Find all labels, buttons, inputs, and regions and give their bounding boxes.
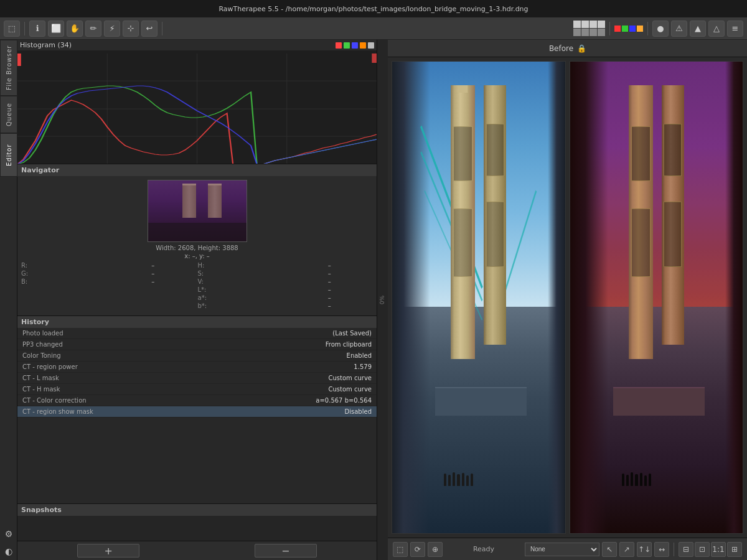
lock-icon[interactable]: 🔒 [577, 44, 586, 53]
tower-top-detail [458, 85, 468, 93]
history-item-0[interactable]: Photo loaded(Last Saved) [17, 328, 377, 339]
after-people [622, 416, 691, 487]
toolbar-triangle-btn[interactable]: ▲ [690, 21, 706, 37]
toolbar-sep-3 [609, 22, 610, 35]
after-left-arch [570, 62, 608, 533]
toolbar-right: ● ⚠ ▲ △ ≡ [573, 21, 743, 37]
zoom-fit-button[interactable]: ⊡ [695, 542, 710, 557]
after-person-7 [649, 474, 651, 486]
toolbar-undo-btn[interactable]: ↩ [141, 21, 157, 37]
toolbar-sep-1 [24, 22, 25, 35]
history-item-6[interactable]: CT - Color correctiona=0.567 b=0.564 [17, 395, 377, 406]
before-label: Before 🔒 [549, 44, 586, 53]
toolbar-info-btn[interactable]: ℹ [29, 21, 45, 37]
person-5 [462, 473, 464, 486]
histogram-title: Histogram (34) [20, 41, 72, 49]
status-text: Ready [445, 545, 522, 553]
profile-selector[interactable]: None sRGB AdobeRGB [525, 543, 599, 556]
s-value: – [286, 270, 373, 277]
history-value-4: Custom curve [328, 375, 372, 381]
before-image[interactable] [392, 61, 566, 534]
bottom-toolbar: ⬚ ⟳ ⊕ Ready None sRGB AdobeRGB ↖ ↗ ↑↓ ↔ … [388, 538, 747, 560]
toolbar-frame-btn[interactable]: ⬜ [48, 21, 64, 37]
toolbar-hand-btn[interactable]: ✋ [67, 21, 83, 37]
navigator-thumbnail[interactable] [148, 180, 247, 242]
side-panel-tabs: File Browser Queue Editor ⚙ ◐ [0, 40, 17, 560]
tower-window [453, 126, 472, 181]
sidebar-item-editor[interactable]: Editor [0, 133, 17, 177]
person-3 [453, 472, 455, 486]
history-item-7[interactable]: CT - region show maskDisabled [17, 406, 377, 418]
percentage-bar: 0% [377, 40, 388, 560]
history-panel: History Photo loaded(Last Saved)PP3 chan… [17, 316, 377, 503]
after-person-6 [644, 475, 647, 486]
tower-right-window [486, 124, 504, 175]
toolbar-menu-btn[interactable]: ≡ [727, 21, 743, 37]
nav-btn-4[interactable]: ↔ [654, 542, 669, 557]
gear-icon[interactable]: ⚙ [0, 525, 17, 543]
history-item-3[interactable]: CT - region power1.579 [17, 362, 377, 373]
b-label: B: [21, 278, 108, 285]
hist-lum-swatch [368, 42, 374, 49]
yellow-channel-dot [637, 26, 643, 32]
sidebar-item-queue[interactable]: Queue [0, 96, 17, 133]
thumb-road [148, 223, 247, 241]
zoom-out-button[interactable]: ⊟ [679, 542, 693, 557]
snapshots-buttons: + − [17, 541, 377, 560]
color-cell-1 [581, 21, 589, 28]
history-label-2: Color Toning [22, 352, 61, 359]
title-text: RawTherapee 5.5 - /home/morgan/photos/te… [218, 5, 528, 13]
person-1 [444, 474, 446, 486]
nav-btn-3[interactable]: ↑↓ [637, 542, 652, 557]
color-cell-6 [590, 29, 597, 36]
history-item-4[interactable]: CT - L maskCustom curve [17, 373, 377, 384]
toolbar-pencil-btn[interactable]: ✏ [85, 21, 101, 37]
history-item-1[interactable]: PP3 changedFrom clipboard [17, 339, 377, 350]
spacer3 [21, 302, 197, 309]
nav-btn-1[interactable]: ↖ [602, 542, 617, 557]
history-label-0: Photo loaded [22, 330, 63, 337]
history-item-5[interactable]: CT - H maskCustom curve [17, 384, 377, 395]
zoom-in-button[interactable]: ⊞ [727, 542, 742, 557]
nav-dimensions: Width: 2608, Height: 3888 [156, 245, 238, 251]
history-label-4: CT - L mask [22, 375, 59, 381]
toolbar-flash-btn[interactable]: ⚡ [104, 21, 120, 37]
export-button[interactable]: ⬚ [393, 542, 408, 557]
toolbar-arrow-btn[interactable]: ⬚ [4, 21, 20, 37]
before-people [444, 416, 513, 487]
color-wheel-icon[interactable]: ◐ [0, 543, 17, 560]
snapshots-title: Snapshots [21, 506, 62, 514]
toolbar-circle-btn[interactable]: ● [652, 21, 669, 37]
profile-button[interactable]: ⊕ [428, 542, 443, 557]
toolbar-crop-btn[interactable]: ⊹ [123, 21, 139, 37]
before-tower-right [484, 85, 506, 345]
after-person-3 [631, 472, 633, 486]
before-text: Before [549, 44, 573, 53]
history-value-5: Custom curve [328, 386, 372, 393]
zoom-100-button[interactable]: 1:1 [711, 542, 726, 557]
snapshot-add-button[interactable]: + [77, 544, 139, 558]
toolbar-triangle2-btn[interactable]: △ [708, 21, 725, 37]
sync-button[interactable]: ⟳ [410, 542, 425, 557]
history-item-2[interactable]: Color ToningEnabled [17, 350, 377, 362]
r-label: R: [21, 262, 108, 269]
image-area [388, 57, 747, 538]
after-image[interactable] [570, 61, 744, 534]
after-tower-left [629, 85, 653, 359]
r-value: – [110, 262, 197, 269]
svg-rect-6 [17, 54, 21, 66]
bstar-label: b*: [198, 302, 285, 309]
navigator-header: Navigator [17, 164, 377, 176]
lstar-label: L*: [198, 286, 285, 293]
toolbar-warning-btn[interactable]: ⚠ [671, 21, 687, 37]
blue-channel-dot [629, 26, 636, 32]
snapshot-remove-button[interactable]: − [255, 544, 317, 558]
history-label-3: CT - region power [22, 363, 78, 370]
svg-rect-7 [372, 54, 377, 63]
titlebar: RawTherapee 5.5 - /home/morgan/photos/te… [0, 0, 747, 17]
histogram-header: Histogram (34) [17, 40, 377, 50]
sidebar-item-file-browser[interactable]: File Browser [0, 40, 17, 96]
nav-btn-2[interactable]: ↗ [619, 542, 634, 557]
side-tab-spacer [0, 177, 17, 525]
percentage-value: 0% [380, 296, 386, 304]
